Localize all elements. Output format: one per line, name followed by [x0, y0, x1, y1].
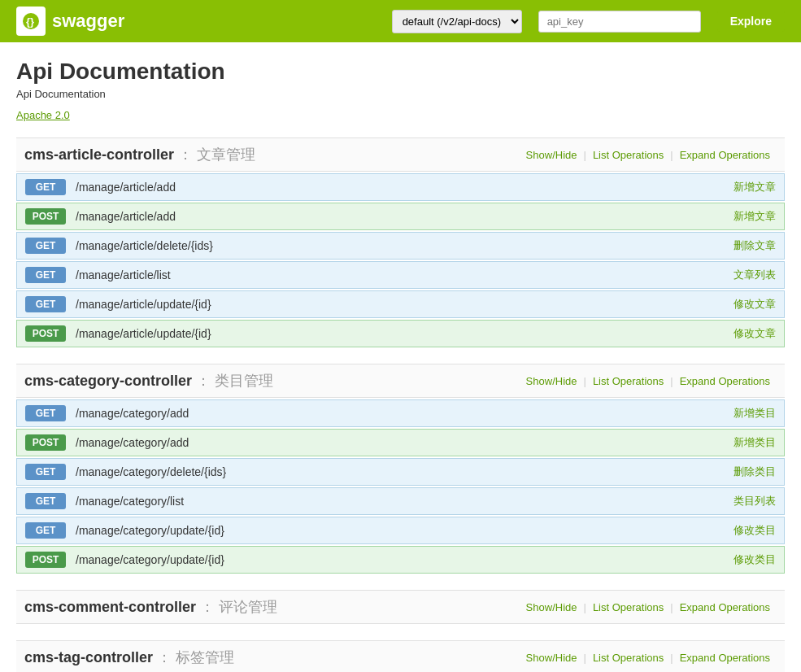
operation-desc: 修改文章: [734, 297, 776, 312]
logo-icon: {}: [16, 7, 46, 36]
operation-desc: 新增类目: [734, 406, 776, 421]
operation-path: /manage/article/add: [76, 181, 734, 194]
method-badge-get: GET: [25, 493, 66, 509]
controller-section-cms-category-controller: cms-category-controller ： 类目管理Show/Hide|…: [16, 364, 785, 574]
operation-row-cms-article-controller-2[interactable]: GET/manage/article/delete/{ids}删除文章: [16, 232, 785, 260]
api-key-input[interactable]: [538, 11, 701, 33]
operation-desc: 删除文章: [734, 238, 776, 253]
operation-desc: 新增文章: [734, 180, 776, 194]
operation-desc: 修改类目: [734, 552, 776, 567]
operation-row-cms-article-controller-3[interactable]: GET/manage/article/list文章列表: [16, 261, 785, 289]
operation-desc: 修改文章: [734, 326, 776, 341]
operation-row-cms-category-controller-2[interactable]: GET/manage/category/delete/{ids}删除类目: [16, 458, 785, 486]
page-title: Api Documentation: [16, 59, 785, 85]
method-badge-post: POST: [25, 208, 66, 225]
operation-path: /manage/article/update/{id}: [76, 298, 734, 311]
controller-actions-cms-comment-controller: Show/Hide|List Operations|Expand Operati…: [520, 601, 777, 613]
controller-title-cms-comment-controller: cms-comment-controller ： 评论管理: [24, 597, 520, 617]
controller-actions-cms-tag-controller: Show/Hide|List Operations|Expand Operati…: [520, 652, 777, 664]
operation-path: /manage/category/update/{id}: [76, 553, 734, 566]
operation-path: /manage/category/delete/{ids}: [76, 465, 734, 478]
method-badge-post: POST: [25, 325, 66, 342]
operation-path: /manage/article/add: [76, 210, 734, 223]
method-badge-get: GET: [25, 405, 66, 421]
operation-path: /manage/article/delete/{ids}: [76, 239, 734, 252]
method-badge-get: GET: [25, 522, 66, 539]
operation-path: /manage/category/add: [76, 407, 734, 420]
controller-header-cms-tag-controller: cms-tag-controller ： 标签管理Show/Hide|List …: [16, 640, 785, 672]
method-badge-post: POST: [25, 434, 66, 451]
header: {} swagger default (/v2/api-docs) Explor…: [0, 0, 801, 42]
expand-ops-link-cms-tag-controller[interactable]: Expand Operations: [673, 652, 777, 664]
apache-link[interactable]: Apache 2.0: [16, 109, 70, 121]
controller-actions-cms-article-controller: Show/Hide|List Operations|Expand Operati…: [520, 149, 777, 161]
operation-row-cms-category-controller-0[interactable]: GET/manage/category/add新增类目: [16, 399, 785, 427]
controller-actions-cms-category-controller: Show/Hide|List Operations|Expand Operati…: [520, 375, 777, 387]
controller-header-cms-comment-controller: cms-comment-controller ： 评论管理Show/Hide|L…: [16, 590, 785, 624]
operation-row-cms-article-controller-1[interactable]: POST/manage/article/add新增文章: [16, 203, 785, 230]
svg-text:{}: {}: [26, 15, 34, 28]
show-hide-link-cms-article-controller[interactable]: Show/Hide: [520, 149, 584, 161]
operation-row-cms-category-controller-3[interactable]: GET/manage/category/list类目列表: [16, 487, 785, 515]
operation-path: /manage/article/update/{id}: [76, 327, 734, 340]
operation-desc: 删除类目: [734, 465, 776, 479]
expand-ops-link-cms-article-controller[interactable]: Expand Operations: [673, 149, 777, 161]
operation-path: /manage/category/update/{id}: [76, 524, 734, 537]
list-ops-link-cms-tag-controller[interactable]: List Operations: [586, 652, 670, 664]
operation-row-cms-category-controller-4[interactable]: GET/manage/category/update/{id}修改类目: [16, 517, 785, 544]
operation-desc: 新增文章: [734, 209, 776, 224]
method-badge-get: GET: [25, 179, 66, 195]
controller-title-cms-article-controller: cms-article-controller ： 文章管理: [24, 145, 520, 164]
operation-desc: 新增类目: [734, 435, 776, 450]
show-hide-link-cms-tag-controller[interactable]: Show/Hide: [520, 652, 584, 664]
list-ops-link-cms-comment-controller[interactable]: List Operations: [586, 601, 670, 613]
expand-ops-link-cms-category-controller[interactable]: Expand Operations: [673, 375, 777, 387]
operation-row-cms-article-controller-5[interactable]: POST/manage/article/update/{id}修改文章: [16, 320, 785, 347]
list-ops-link-cms-article-controller[interactable]: List Operations: [586, 149, 670, 161]
explore-button[interactable]: Explore: [717, 11, 785, 32]
operation-desc: 文章列表: [734, 268, 776, 282]
controllers-container: cms-article-controller ： 文章管理Show/Hide|L…: [16, 137, 785, 672]
operation-path: /manage/category/add: [76, 436, 734, 449]
operation-path: /manage/category/list: [76, 495, 734, 508]
operation-path: /manage/article/list: [76, 268, 734, 281]
logo: {} swagger: [16, 7, 124, 36]
operation-row-cms-article-controller-4[interactable]: GET/manage/article/update/{id}修改文章: [16, 290, 785, 318]
controller-title-cms-category-controller: cms-category-controller ： 类目管理: [24, 371, 520, 391]
method-badge-get: GET: [25, 296, 66, 312]
method-badge-post: POST: [25, 552, 66, 568]
controller-header-cms-category-controller: cms-category-controller ： 类目管理Show/Hide|…: [16, 364, 785, 398]
method-badge-get: GET: [25, 464, 66, 480]
controller-section-cms-tag-controller: cms-tag-controller ： 标签管理Show/Hide|List …: [16, 640, 785, 672]
main-content: Api Documentation Api Documentation Apac…: [0, 42, 801, 672]
controller-title-cms-tag-controller: cms-tag-controller ： 标签管理: [24, 648, 520, 667]
show-hide-link-cms-comment-controller[interactable]: Show/Hide: [520, 601, 584, 613]
controller-header-cms-article-controller: cms-article-controller ： 文章管理Show/Hide|L…: [16, 137, 785, 172]
controller-section-cms-comment-controller: cms-comment-controller ： 评论管理Show/Hide|L…: [16, 590, 785, 624]
logo-text: swagger: [52, 11, 124, 32]
list-ops-link-cms-category-controller[interactable]: List Operations: [586, 375, 670, 387]
expand-ops-link-cms-comment-controller[interactable]: Expand Operations: [673, 601, 777, 613]
show-hide-link-cms-category-controller[interactable]: Show/Hide: [520, 375, 584, 387]
page-subtitle: Api Documentation: [16, 88, 785, 100]
operation-desc: 修改类目: [734, 523, 776, 538]
method-badge-get: GET: [25, 267, 66, 283]
operation-row-cms-article-controller-0[interactable]: GET/manage/article/add新增文章: [16, 173, 785, 201]
operation-row-cms-category-controller-1[interactable]: POST/manage/category/add新增类目: [16, 429, 785, 456]
api-docs-select[interactable]: default (/v2/api-docs): [392, 10, 522, 33]
controller-section-cms-article-controller: cms-article-controller ： 文章管理Show/Hide|L…: [16, 137, 785, 347]
operation-desc: 类目列表: [734, 494, 776, 508]
method-badge-get: GET: [25, 238, 66, 254]
operation-row-cms-category-controller-5[interactable]: POST/manage/category/update/{id}修改类目: [16, 546, 785, 574]
